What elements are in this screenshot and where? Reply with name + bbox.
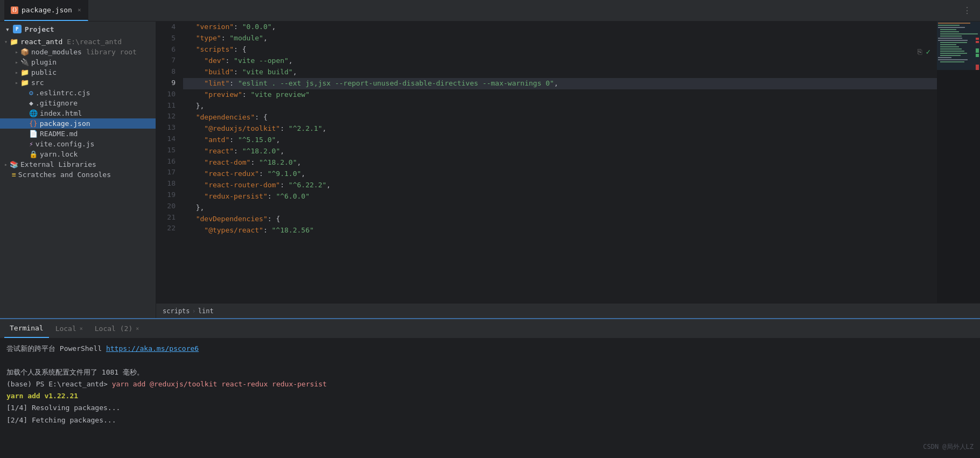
scratch-icon: ≡ <box>12 171 16 179</box>
yarnlock-label: yarn.lock <box>40 150 78 158</box>
terminal-tab-local1[interactable]: Local × <box>50 319 88 338</box>
code-line-14: "antd": "^5.15.0", <box>183 135 937 146</box>
scratches-label: Scratches and Consoles <box>18 171 111 179</box>
code-line-12: "dependencies": { <box>183 112 937 123</box>
packagejson-label: package.json <box>40 119 90 128</box>
chevron-right-icon-public: ▸ <box>15 69 18 75</box>
sidebar-item-src[interactable]: ▸ 📁 src <box>0 77 156 88</box>
svg-rect-24 <box>976 65 979 70</box>
public-label: public <box>31 68 57 76</box>
chevron-right-ext-icon: ▸ <box>4 161 8 167</box>
terminal-tab-local2[interactable]: Local (2) × <box>89 319 144 338</box>
chevron-down-icon: ▾ <box>4 39 8 45</box>
breadcrumb-lint[interactable]: lint <box>198 307 214 315</box>
tab-package-json[interactable]: {} package.json × <box>4 0 88 21</box>
local2-tab-label: Local (2) <box>95 325 132 333</box>
code-line-4: "version": "0.0.0", <box>183 22 937 33</box>
root-folder-path: E:\react_antd <box>67 38 122 46</box>
sidebar-item-scratches[interactable]: ≡ Scratches and Consoles <box>0 170 156 180</box>
ext-lib-icon: 📚 <box>10 160 18 168</box>
terminal-tab-terminal[interactable]: Terminal <box>4 319 49 338</box>
local1-close-button[interactable]: × <box>80 326 83 332</box>
code-line-10: "preview": "vite preview" <box>183 89 937 101</box>
sidebar: ▾ P Project ▾ 📁 react_antd E:\react_antd… <box>0 22 156 318</box>
sidebar-item-external-libraries[interactable]: ▸ 📚 External Libraries <box>0 159 156 170</box>
tick-icon[interactable]: ✓ <box>925 46 932 57</box>
node-modules-label: node_modules <box>31 48 82 56</box>
svg-rect-23 <box>976 54 979 57</box>
minimap <box>937 22 980 303</box>
minimap-svg <box>937 22 980 269</box>
line-numbers: 4 5 6 7 8 9 10 11 12 13 14 15 16 17 18 1… <box>156 22 183 303</box>
root-folder-name: react_antd <box>20 38 62 46</box>
public-folder-icon: 📁 <box>20 68 29 76</box>
code-editor: 4 5 6 7 8 9 10 11 12 13 14 15 16 17 18 1… <box>156 22 980 303</box>
plugin-icon: 🔌 <box>20 58 29 66</box>
sidebar-item-readme[interactable]: 📄 README.md <box>0 129 156 139</box>
eslint-icon: ⚙ <box>29 89 33 97</box>
project-icon: P <box>13 25 22 33</box>
readme-icon: 📄 <box>29 130 38 138</box>
sidebar-item-indexhtml[interactable]: 🌐 index.html <box>0 108 156 118</box>
chevron-down-icon: ▾ <box>5 25 10 33</box>
terminal-line-1: 尝试新的跨平台 PowerShell https://aka.ms/pscore… <box>6 343 974 355</box>
external-libraries-label: External Libraries <box>20 160 96 168</box>
code-line-7: "dev": "vite --open", <box>183 55 937 67</box>
node-modules-suffix: library root <box>86 48 137 56</box>
terminal-content: 尝试新的跨平台 PowerShell https://aka.ms/pscore… <box>0 339 980 458</box>
code-line-8: "build": "vite build", <box>183 67 937 78</box>
code-line-9: "lint": "eslint . --ext js,jsx --report-… <box>183 78 937 89</box>
format-icon[interactable]: ⎘ <box>916 46 923 57</box>
editor-menu-button[interactable]: ⋮ <box>958 3 976 18</box>
terminal-line-fetch: [2/4] Fetching packages... <box>6 414 974 426</box>
code-line-5: "type": "module", <box>183 33 937 44</box>
tab-close-button[interactable]: × <box>78 6 81 13</box>
vite-icon: ⚡ <box>29 140 33 148</box>
code-line-6: "scripts": { <box>183 44 937 55</box>
sidebar-item-gitignore[interactable]: ◆ .gitignore <box>0 98 156 108</box>
watermark: CSDN @局外人LZ <box>923 442 974 452</box>
pscore-link[interactable]: https://aka.ms/pscore6 <box>106 344 199 353</box>
sidebar-item-plugin[interactable]: ▸ 🔌 plugin <box>0 57 156 67</box>
tab-bar: {} package.json × ⋮ <box>0 0 980 22</box>
code-line-15: "react": "^18.2.0", <box>183 146 937 157</box>
breadcrumb-separator: › <box>192 307 196 315</box>
yarn-icon: 🔒 <box>29 150 38 158</box>
terminal-line-3: 加载个人及系统配置文件用了 1081 毫秒。 <box>6 367 974 378</box>
plugin-label: plugin <box>31 58 57 66</box>
eslint-label: .eslintrc.cjs <box>36 89 90 97</box>
svg-rect-21 <box>976 41 979 43</box>
local2-close-button[interactable]: × <box>136 326 139 332</box>
main-layout: ▾ P Project ▾ 📁 react_antd E:\react_antd… <box>0 22 980 318</box>
breadcrumb-scripts[interactable]: scripts <box>163 307 190 315</box>
code-line-18: "react-router-dom": "^6.22.2", <box>183 180 937 191</box>
project-label: Project <box>25 25 54 33</box>
terminal-line-cmd: (base) PS E:\react_antd> yarn add @redux… <box>6 378 974 390</box>
sidebar-item-packagejson[interactable]: {} package.json <box>0 118 156 129</box>
code-content[interactable]: "version": "0.0.0", "type": "module", "s… <box>183 22 937 303</box>
sidebar-item-yarnlock[interactable]: 🔒 yarn.lock <box>0 149 156 159</box>
terminal-tab-label: Terminal <box>10 324 44 332</box>
code-line-21: "devDependencies": { <box>183 214 937 225</box>
gitignore-icon: ◆ <box>29 99 33 107</box>
gitignore-label: .gitignore <box>36 99 78 107</box>
code-line-22: "@types/react": "^18.2.56" <box>183 225 937 236</box>
root-folder-icon: 📁 <box>10 38 18 46</box>
sidebar-project-header[interactable]: ▾ P Project <box>0 22 156 37</box>
sidebar-item-eslint[interactable]: ⚙ .eslintrc.cjs <box>0 88 156 98</box>
editor-action-icons: ⎘ ✓ <box>916 46 932 57</box>
sidebar-item-viteconfig[interactable]: ⚡ vite.config.js <box>0 139 156 149</box>
readme-label: README.md <box>40 130 78 138</box>
sidebar-item-public[interactable]: ▸ 📁 public <box>0 67 156 77</box>
svg-rect-22 <box>976 48 979 53</box>
sidebar-item-node-modules[interactable]: ▸ 📦 node_modules library root <box>0 47 156 57</box>
sidebar-item-root[interactable]: ▾ 📁 react_antd E:\react_antd <box>0 37 156 47</box>
terminal-line-blank <box>6 355 974 367</box>
src-folder-icon: 📁 <box>20 79 29 87</box>
viteconfig-label: vite.config.js <box>36 140 95 148</box>
chevron-right-icon: ▸ <box>15 49 18 55</box>
code-line-20: }, <box>183 202 937 214</box>
code-line-16: "react-dom": "^18.2.0", <box>183 157 937 168</box>
code-line-17: "react-redux": "^9.1.0", <box>183 168 937 180</box>
terminal-panel: Terminal Local × Local (2) × 尝试新的跨平台 Pow… <box>0 318 980 458</box>
